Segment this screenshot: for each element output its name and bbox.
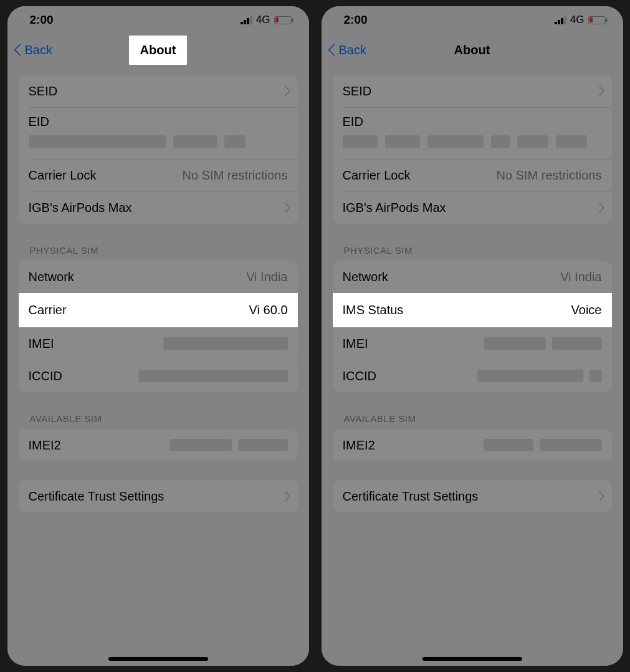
page-title: About: [454, 43, 490, 57]
row-carrier-lock[interactable]: Carrier Lock No SIM restrictions: [333, 159, 612, 191]
row-seid[interactable]: SEID: [333, 75, 612, 107]
section-header-available-sim: AVAILABLE SIM: [19, 411, 298, 429]
page-title: About: [129, 36, 188, 65]
row-label: IGB's AirPods Max: [343, 201, 446, 215]
chevron-right-icon: [596, 202, 602, 213]
group-physical-sim: Network Vi India Carrier Vi 60.0 IMEI IC…: [19, 261, 298, 392]
home-indicator: [422, 657, 522, 661]
chevron-right-icon: [596, 85, 602, 97]
status-time: 2:00: [30, 13, 54, 27]
battery-icon: [274, 16, 292, 24]
chevron-right-icon: [282, 491, 288, 502]
group-cert: Certificate Trust Settings: [19, 480, 298, 512]
row-airpods[interactable]: IGB's AirPods Max: [333, 191, 612, 224]
row-label: SEID: [29, 84, 58, 98]
row-iccid[interactable]: ICCID: [19, 360, 298, 392]
section-header-physical-sim: PHYSICAL SIM: [333, 242, 612, 261]
row-value: No SIM restrictions: [497, 168, 602, 183]
chevron-right-icon: [282, 85, 288, 97]
nav-title-wrap: About: [322, 43, 623, 57]
group-general: SEID EID Carrier Lock N: [333, 75, 612, 224]
row-imei[interactable]: IMEI: [19, 327, 298, 360]
chevron-left-icon: [328, 43, 336, 57]
redacted-value: [169, 439, 288, 451]
signal-icon: [241, 16, 252, 24]
row-value: Voice: [571, 303, 602, 317]
group-available-sim: IMEI2: [19, 429, 298, 461]
row-cert-trust[interactable]: Certificate Trust Settings: [333, 480, 612, 512]
row-imei2[interactable]: IMEI2: [333, 429, 612, 461]
eid-redacted: [29, 135, 288, 148]
home-indicator: [108, 657, 208, 661]
row-cert-trust[interactable]: Certificate Trust Settings: [19, 480, 298, 512]
group-physical-sim: Network Vi India IMS Status Voice IMEI: [333, 261, 612, 392]
group-available-sim: IMEI2: [333, 429, 612, 461]
redacted-value: [163, 337, 288, 350]
row-imei[interactable]: IMEI: [333, 327, 612, 360]
nav-bar: Back About: [7, 34, 309, 66]
phone-right: 2:00 4G Back About SEID: [322, 6, 623, 666]
nav-title-wrap: About: [7, 36, 309, 65]
row-label: IMEI2: [343, 438, 375, 453]
row-value: Vi India: [246, 270, 287, 284]
row-label: EID: [29, 115, 49, 129]
section-header-available-sim: AVAILABLE SIM: [333, 411, 612, 429]
row-network[interactable]: Network Vi India: [19, 261, 298, 293]
back-button[interactable]: Back: [7, 43, 52, 57]
row-label: IMEI2: [29, 438, 61, 453]
back-label: Back: [25, 43, 52, 57]
row-label: ICCID: [29, 369, 62, 383]
battery-icon: [588, 16, 606, 24]
row-label: IMEI: [343, 337, 368, 351]
phone-left: 2:00 4G Back About SEID: [7, 6, 309, 666]
status-bar: 2:00 4G: [322, 6, 623, 34]
row-label: Network: [343, 270, 388, 284]
row-label: IMEI: [29, 337, 54, 351]
row-label: Carrier Lock: [343, 168, 411, 183]
row-eid[interactable]: EID: [19, 107, 298, 159]
row-imei2[interactable]: IMEI2: [19, 429, 298, 461]
redacted-value: [484, 439, 602, 451]
back-button[interactable]: Back: [322, 43, 366, 57]
row-value: Vi India: [560, 270, 601, 284]
row-label: EID: [343, 115, 363, 129]
row-label: Certificate Trust Settings: [343, 489, 479, 504]
chevron-right-icon: [596, 491, 602, 502]
section-header-physical-sim: PHYSICAL SIM: [19, 242, 298, 261]
row-label: IMS Status: [343, 303, 404, 317]
row-iccid[interactable]: ICCID: [333, 360, 612, 392]
group-general: SEID EID Carrier Lock No SIM restriction…: [19, 75, 298, 224]
row-eid[interactable]: EID: [333, 107, 612, 159]
row-label: SEID: [343, 84, 372, 98]
row-label: IGB's AirPods Max: [29, 201, 132, 215]
row-label: Carrier: [29, 303, 67, 317]
network-type: 4G: [256, 14, 270, 26]
row-ims-status-highlight[interactable]: IMS Status Voice: [333, 293, 612, 327]
row-carrier-lock[interactable]: Carrier Lock No SIM restrictions: [19, 159, 298, 191]
row-value: No SIM restrictions: [183, 168, 288, 183]
row-network[interactable]: Network Vi India: [333, 261, 612, 293]
eid-redacted: [343, 135, 602, 148]
row-airpods[interactable]: IGB's AirPods Max: [19, 191, 298, 224]
nav-bar: Back About: [322, 34, 623, 66]
row-carrier-highlight[interactable]: Carrier Vi 60.0: [19, 293, 298, 327]
redacted-value: [138, 370, 288, 382]
group-cert: Certificate Trust Settings: [333, 480, 612, 512]
row-label: Network: [29, 270, 74, 284]
status-time: 2:00: [344, 13, 368, 27]
status-right: 4G: [241, 14, 291, 26]
row-value: Vi 60.0: [249, 303, 288, 317]
chevron-left-icon: [14, 43, 22, 57]
chevron-right-icon: [282, 202, 288, 213]
row-seid[interactable]: SEID: [19, 75, 298, 107]
row-label: Carrier Lock: [29, 168, 97, 183]
redacted-value: [484, 337, 602, 350]
redacted-value: [477, 370, 602, 382]
network-type: 4G: [570, 14, 585, 26]
status-bar: 2:00 4G: [7, 6, 309, 34]
signal-icon: [555, 16, 566, 24]
row-label: ICCID: [343, 369, 376, 383]
row-label: Certificate Trust Settings: [29, 489, 165, 504]
back-label: Back: [339, 43, 366, 57]
status-right: 4G: [555, 14, 605, 26]
